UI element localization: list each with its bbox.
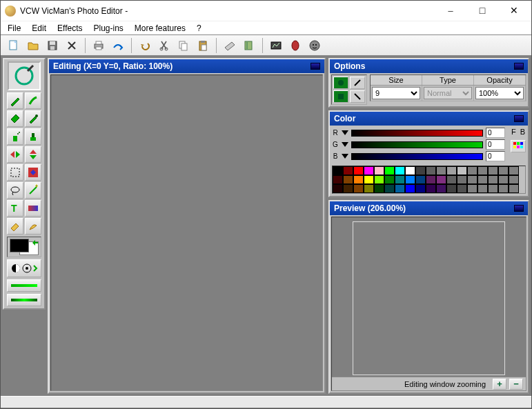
scanner-icon[interactable] xyxy=(221,37,239,54)
close-button[interactable]: ✕ xyxy=(498,1,530,21)
copy-icon[interactable] xyxy=(175,37,193,54)
palette-swatch[interactable] xyxy=(364,166,374,175)
export-icon[interactable] xyxy=(109,37,127,54)
menu-effects[interactable]: Effects xyxy=(53,22,89,34)
palette-swatch[interactable] xyxy=(457,184,467,193)
palette-swatch[interactable] xyxy=(405,184,415,193)
palette-swatch[interactable] xyxy=(498,166,509,175)
palette-swatch[interactable] xyxy=(446,175,457,184)
palette-swatch[interactable] xyxy=(415,184,426,193)
paste-icon[interactable] xyxy=(194,37,212,54)
line-style-1[interactable] xyxy=(7,279,41,292)
cut-icon[interactable] xyxy=(155,37,173,54)
blue-gradient[interactable] xyxy=(351,153,483,160)
palette-swatch[interactable] xyxy=(436,166,446,175)
palette-swatch[interactable] xyxy=(467,175,477,184)
shape-circle[interactable] xyxy=(333,77,348,89)
editing-canvas[interactable] xyxy=(50,74,323,391)
preview-area[interactable]: Editing window zooming + − xyxy=(331,217,526,391)
brush-tool[interactable] xyxy=(25,92,41,109)
green-value-input[interactable] xyxy=(486,139,505,150)
palette-swatch[interactable] xyxy=(343,184,353,193)
flip-h-tool[interactable] xyxy=(7,146,23,163)
palette-swatch[interactable] xyxy=(374,175,384,184)
palette-swatch[interactable] xyxy=(477,166,488,175)
palette-swatch[interactable] xyxy=(426,184,436,193)
palette-swatch[interactable] xyxy=(343,175,353,184)
palette-swatch[interactable] xyxy=(333,166,343,175)
maximize-button[interactable]: □ xyxy=(466,1,498,21)
palette-swatch[interactable] xyxy=(395,166,405,175)
palette-swatch[interactable] xyxy=(374,184,384,193)
palette-swatch[interactable] xyxy=(405,175,415,184)
fill-tool[interactable] xyxy=(7,110,23,127)
palette-swatch[interactable] xyxy=(364,175,374,184)
stamp-tool[interactable] xyxy=(25,128,41,145)
catalog-icon[interactable] xyxy=(240,37,258,54)
collapse-icon[interactable] xyxy=(514,115,524,122)
slider-thumb-icon[interactable] xyxy=(342,154,348,159)
palette-swatch[interactable] xyxy=(353,166,364,175)
palette-swatch[interactable] xyxy=(446,184,457,193)
spray-tool[interactable] xyxy=(7,128,23,145)
palette-swatch[interactable] xyxy=(333,175,343,184)
menu-edit[interactable]: Edit xyxy=(28,22,53,34)
options-panel-title[interactable]: Options xyxy=(330,59,528,73)
menu-help[interactable]: ? xyxy=(193,22,208,34)
menu-file[interactable]: File xyxy=(3,22,28,34)
blue-value-input[interactable] xyxy=(486,151,505,161)
delete-icon[interactable] xyxy=(63,37,81,54)
palette-swatch[interactable] xyxy=(446,166,457,175)
zoom-in-button[interactable]: + xyxy=(493,379,506,390)
save-icon[interactable] xyxy=(43,37,61,54)
text-tool[interactable]: T xyxy=(7,200,23,217)
collapse-icon[interactable] xyxy=(514,205,524,212)
palette-swatch[interactable] xyxy=(384,166,395,175)
palette-swatch[interactable] xyxy=(395,184,405,193)
palette-swatch[interactable] xyxy=(436,184,446,193)
palette-swatch[interactable] xyxy=(488,175,498,184)
menu-more[interactable]: More features xyxy=(130,22,193,34)
palette-swatch[interactable] xyxy=(477,175,488,184)
palette-swatch[interactable] xyxy=(426,175,436,184)
palette-swatch[interactable] xyxy=(353,175,364,184)
palette-swatch[interactable] xyxy=(384,175,395,184)
palette-swatch[interactable] xyxy=(467,166,477,175)
palette-swatch[interactable] xyxy=(384,184,395,193)
palette-swatch[interactable] xyxy=(415,175,426,184)
editing-panel-title[interactable]: Editing (X=0 Y=0, Ratio: 100%) xyxy=(49,59,324,73)
palette-swatch[interactable] xyxy=(498,184,509,193)
palette-swatch[interactable] xyxy=(426,166,436,175)
palette-swatch[interactable] xyxy=(457,166,467,175)
minimize-button[interactable]: – xyxy=(435,1,466,21)
record-icon[interactable] xyxy=(286,37,304,54)
shape-diag2[interactable] xyxy=(350,90,365,103)
wand-tool[interactable] xyxy=(25,182,41,199)
color-swatch[interactable] xyxy=(7,237,41,257)
select-rect-tool[interactable] xyxy=(7,164,23,181)
green-gradient[interactable] xyxy=(351,141,483,148)
pencil-tool[interactable] xyxy=(7,92,23,109)
shape-diag1[interactable] xyxy=(350,77,365,89)
new-file-icon[interactable] xyxy=(5,37,23,54)
palette-swatch[interactable] xyxy=(395,175,405,184)
preview-panel-title[interactable]: Preview (206.00%) xyxy=(330,201,528,215)
gradient-tool[interactable] xyxy=(25,200,41,217)
eraser-tool[interactable] xyxy=(7,218,23,235)
slider-thumb-icon[interactable] xyxy=(342,130,348,135)
slider-thumb-icon[interactable] xyxy=(342,142,348,147)
palette-swatch[interactable] xyxy=(467,184,477,193)
zoom-out-button[interactable]: − xyxy=(509,379,523,390)
print-icon[interactable] xyxy=(90,37,108,54)
palette-swatch[interactable] xyxy=(509,175,519,184)
palette-swatch[interactable] xyxy=(436,175,446,184)
opacity-select[interactable]: 100% xyxy=(475,87,524,99)
collapse-icon[interactable] xyxy=(311,63,320,70)
face-icon[interactable] xyxy=(306,37,324,54)
palette-swatch[interactable] xyxy=(333,184,343,193)
palette-swatch[interactable] xyxy=(509,166,519,175)
eyedropper-tool[interactable] xyxy=(25,110,41,127)
palette-swatch[interactable] xyxy=(405,166,415,175)
line-style-2[interactable] xyxy=(7,294,41,306)
red-value-input[interactable] xyxy=(486,128,505,138)
